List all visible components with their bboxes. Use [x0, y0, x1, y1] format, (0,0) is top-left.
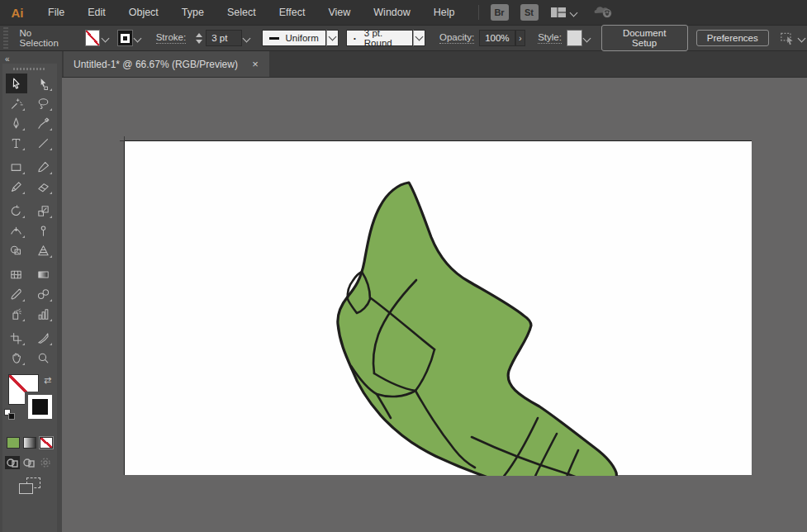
style-dropdown[interactable] [582, 30, 593, 46]
hand-tool[interactable] [6, 348, 27, 368]
sync-settings-icon[interactable] [593, 5, 613, 21]
chevron-down-icon [243, 34, 251, 42]
stroke-weight-stepper[interactable] [196, 30, 202, 46]
drawing-modes-row [5, 456, 57, 469]
rectangle-tool[interactable] [6, 157, 27, 177]
fill-dropdown[interactable] [100, 30, 111, 46]
brush-dot-icon: • [354, 35, 356, 42]
screen-mode-front-icon [19, 483, 33, 494]
puppet-warp-tool[interactable] [33, 221, 55, 240]
menu-type[interactable]: Type [170, 0, 216, 25]
perspective-grid-tool[interactable] [33, 240, 55, 260]
opacity-slider-button[interactable]: › [515, 30, 525, 46]
select-similar-icon[interactable] [780, 31, 796, 45]
illustrator-window: Ai File Edit Object Type Select Effect V… [0, 0, 807, 532]
document-setup-button[interactable]: Document Setup [601, 25, 688, 51]
control-bar: No Selection Stroke: 3 pt Uniform • 3 pt… [0, 25, 807, 51]
line-segment-tool[interactable] [33, 133, 55, 153]
opacity-panel-link[interactable]: Opacity: [439, 32, 474, 44]
fill-color-swatch[interactable] [85, 30, 101, 46]
menu-file[interactable]: File [36, 0, 76, 25]
graphic-style-swatch[interactable] [567, 30, 582, 46]
stroke-dropdown[interactable] [133, 30, 144, 46]
rotate-tool[interactable] [6, 201, 27, 221]
width-tool[interactable] [6, 221, 27, 240]
gradient-tool[interactable] [33, 264, 55, 284]
uniform-profile-icon [269, 37, 279, 40]
toolbar-grip[interactable] [13, 68, 46, 70]
tool-grid [2, 74, 57, 368]
menu-select[interactable]: Select [216, 0, 268, 25]
draw-normal-mode[interactable] [5, 456, 20, 469]
brush-definition-dropdown[interactable] [413, 30, 425, 46]
stroke-weight-dropdown[interactable] [242, 30, 253, 46]
scale-tool[interactable] [33, 201, 55, 221]
none-button[interactable] [40, 437, 53, 449]
default-fill-stroke-icon[interactable] [4, 409, 15, 420]
type-tool[interactable] [6, 133, 27, 153]
preferences-button[interactable]: Preferences [696, 30, 769, 46]
selection-status: No Selection [20, 28, 69, 48]
menu-help[interactable]: Help [422, 0, 467, 25]
stroke-color-swatch[interactable] [117, 30, 133, 46]
canvas-column: Untitled-1* @ 66.67% (RGB/Preview) × [62, 51, 807, 532]
selection-tool[interactable] [6, 74, 27, 93]
stroke-ring-icon [28, 395, 52, 419]
chevron-down-icon [134, 34, 142, 42]
pen-tool[interactable] [6, 113, 27, 133]
brush-definition-select[interactable]: • 3 pt. Round [346, 30, 413, 46]
shaper-tool[interactable] [6, 177, 27, 197]
menu-view[interactable]: View [316, 0, 362, 25]
toolbar-panel: ⇄ [2, 64, 57, 532]
eyedropper-tool[interactable] [6, 284, 27, 304]
document-tab[interactable]: Untitled-1* @ 66.67% (RGB/Preview) × [64, 51, 269, 77]
bridge-button[interactable]: Br [491, 4, 509, 21]
chevron-down-icon [102, 34, 110, 42]
pasteboard[interactable] [62, 78, 807, 532]
column-graph-tool[interactable] [33, 304, 55, 324]
change-screen-mode-button[interactable] [19, 477, 40, 494]
blend-tool[interactable] [33, 284, 55, 304]
menu-edit[interactable]: Edit [76, 0, 117, 25]
magic-wand-tool[interactable] [6, 93, 27, 113]
style-panel-link[interactable]: Style: [538, 32, 562, 44]
paintbrush-tool[interactable] [33, 157, 55, 177]
menu-window[interactable]: Window [362, 0, 421, 25]
menu-object[interactable]: Object [117, 0, 170, 25]
stroke-weight-value[interactable]: 3 pt [206, 30, 242, 46]
artboard-tool[interactable] [6, 328, 27, 348]
artboard[interactable] [124, 140, 752, 475]
curvature-tool[interactable] [33, 113, 55, 133]
color-button[interactable] [7, 437, 20, 449]
menubar-divider [478, 5, 479, 20]
zoom-tool[interactable] [33, 348, 55, 368]
tab-close-button[interactable]: × [249, 58, 261, 70]
menu-bar: Ai File Edit Object Type Select Effect V… [0, 0, 807, 25]
gradient-button[interactable] [23, 437, 36, 449]
width-profile-select[interactable]: Uniform [262, 30, 326, 46]
lasso-tool[interactable] [33, 93, 55, 113]
swap-fill-stroke-icon[interactable]: ⇄ [44, 375, 51, 386]
workspace-switcher[interactable] [550, 7, 578, 18]
controlbar-grip[interactable] [3, 27, 8, 49]
fill-stroke-indicator: ⇄ [2, 374, 55, 429]
app-logo[interactable]: Ai [7, 3, 28, 21]
symbol-sprayer-tool[interactable] [6, 304, 27, 324]
document-tab-bar: Untitled-1* @ 66.67% (RGB/Preview) × [62, 51, 807, 78]
eraser-tool[interactable] [33, 177, 55, 197]
workspace-layout-icon [550, 7, 567, 18]
width-profile-dropdown[interactable] [326, 30, 339, 46]
draw-behind-mode[interactable] [21, 456, 36, 469]
shape-builder-tool[interactable] [6, 240, 27, 260]
opacity-value[interactable]: 100% [479, 30, 515, 46]
brush-definition-value: 3 pt. Round [364, 28, 406, 48]
stroke-proxy-black[interactable] [25, 392, 55, 422]
draw-inside-mode[interactable] [38, 456, 53, 469]
stroke-panel-link[interactable]: Stroke: [156, 32, 186, 44]
select-similar-dropdown[interactable] [796, 30, 807, 46]
slice-tool[interactable] [33, 328, 55, 348]
mesh-tool[interactable] [6, 264, 27, 284]
direct-selection-tool[interactable] [33, 74, 55, 93]
stock-button[interactable]: St [520, 4, 539, 21]
menu-effect[interactable]: Effect [268, 0, 317, 25]
